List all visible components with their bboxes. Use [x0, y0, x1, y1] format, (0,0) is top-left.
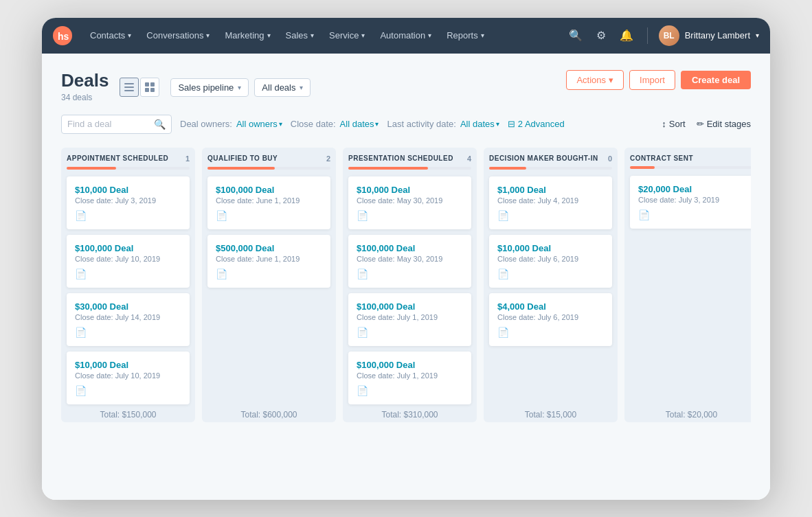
- deal-card[interactable]: $500,000 DealClose date: June 1, 2019📄: [207, 235, 330, 288]
- search-icon: 🔍: [154, 119, 166, 130]
- main-content: Deals 34 deals: [42, 54, 770, 500]
- deals-count: 34 deals: [61, 93, 109, 102]
- deal-document-icon: 📄: [497, 268, 604, 279]
- deal-owners-value[interactable]: All owners ▾: [236, 119, 282, 129]
- actions-button[interactable]: Actions ▾: [566, 70, 624, 90]
- chevron-down-icon: ▾: [609, 75, 613, 85]
- notifications-icon[interactable]: 🔔: [617, 26, 636, 45]
- nav-sales[interactable]: Sales ▾: [279, 26, 322, 45]
- deal-date: Close date: July 3, 2019: [75, 196, 181, 205]
- deal-amount: $100,000 Deal: [216, 185, 322, 195]
- column-cards: $10,000 DealClose date: May 30, 2019📄$10…: [348, 176, 471, 404]
- deal-card[interactable]: $4,000 DealClose date: July 6, 2019📄: [489, 293, 612, 346]
- deal-date: Close date: July 10, 2019: [75, 255, 181, 263]
- import-button[interactable]: Import: [629, 70, 675, 90]
- deal-card[interactable]: $20,000 DealClose date: July 3, 2019📄: [630, 176, 751, 229]
- deal-amount: $100,000 Deal: [357, 301, 463, 312]
- deal-amount: $10,000 Deal: [75, 360, 181, 370]
- column-title: CONTRACT SENT: [630, 154, 693, 162]
- search-input[interactable]: [67, 119, 150, 129]
- nav-automation[interactable]: Automation ▾: [373, 26, 438, 45]
- column-total: Total: $150,000: [67, 404, 190, 422]
- page-header-right: Actions ▾ Import Create deal: [566, 70, 751, 90]
- deal-card[interactable]: $10,000 DealClose date: July 10, 2019📄: [67, 352, 190, 404]
- deal-amount: $10,000 Deal: [497, 243, 604, 253]
- column-total: Total: $310,000: [348, 404, 471, 422]
- board-view-button[interactable]: [140, 78, 159, 97]
- last-activity-value[interactable]: All dates ▾: [460, 119, 499, 129]
- edit-stages-button[interactable]: ✏ Edit stages: [697, 119, 751, 129]
- filter-dropdown[interactable]: All deals ▾: [254, 78, 311, 97]
- nav-contacts[interactable]: Contacts ▾: [83, 26, 138, 45]
- deal-date: Close date: July 3, 2019: [638, 196, 745, 204]
- column-total: Total: $600,000: [207, 404, 330, 422]
- sort-button[interactable]: ↕ Sort: [662, 119, 685, 129]
- deal-document-icon: 📄: [75, 327, 181, 338]
- list-view-button[interactable]: [120, 78, 139, 97]
- navbar-right: 🔍 ⚙ 🔔 BL Brittany Lambert ▾: [566, 25, 759, 46]
- chevron-down-icon: ▾: [267, 32, 271, 39]
- chevron-down-icon: ▾: [206, 32, 210, 39]
- nav-service[interactable]: Service ▾: [322, 26, 372, 45]
- chevron-down-icon: ▾: [361, 32, 365, 39]
- search-icon[interactable]: 🔍: [566, 26, 585, 45]
- chevron-down-icon: ▾: [238, 84, 241, 91]
- deal-document-icon: 📄: [357, 210, 463, 221]
- deal-document-icon: 📄: [638, 209, 745, 220]
- chevron-down-icon: ▾: [128, 32, 131, 39]
- deal-document-icon: 📄: [216, 210, 322, 221]
- svg-rect-5: [145, 82, 149, 87]
- column-title: APPOINTMENT SCHEDULED: [67, 154, 168, 162]
- user-menu[interactable]: BL Brittany Lambert ▾: [659, 25, 759, 46]
- column-progress-bar: [630, 166, 751, 169]
- column-header: QUALIFIED TO BUY2: [207, 154, 330, 163]
- last-activity-filter: Last activity date: All dates ▾: [387, 119, 499, 129]
- advanced-filter[interactable]: ⊟ 2 Advanced: [508, 119, 565, 129]
- nav-reports[interactable]: Reports ▾: [440, 26, 491, 45]
- chevron-down-icon: ▾: [496, 120, 499, 128]
- deal-card[interactable]: $10,000 DealClose date: May 30, 2019📄: [348, 176, 471, 229]
- column-cards: $10,000 DealClose date: July 3, 2019📄$10…: [67, 176, 190, 404]
- create-deal-button[interactable]: Create deal: [681, 71, 751, 89]
- page-header: Deals 34 deals: [61, 70, 751, 102]
- deal-document-icon: 📄: [357, 268, 463, 279]
- deal-card[interactable]: $100,000 DealClose date: July 1, 2019📄: [348, 352, 471, 404]
- deal-card[interactable]: $10,000 DealClose date: July 3, 2019📄: [67, 176, 190, 229]
- pipeline-dropdown[interactable]: Sales pipeline ▾: [170, 78, 249, 97]
- deal-amount: $30,000 Deal: [75, 301, 181, 312]
- deal-amount: $500,000 Deal: [216, 243, 322, 253]
- deal-card[interactable]: $30,000 DealClose date: July 14, 2019📄: [67, 293, 190, 346]
- deal-card[interactable]: $100,000 DealClose date: May 30, 2019📄: [348, 235, 471, 288]
- chevron-down-icon: ▾: [300, 84, 303, 91]
- deal-card[interactable]: $100,000 DealClose date: July 10, 2019📄: [67, 235, 190, 288]
- deal-card[interactable]: $100,000 DealClose date: July 1, 2019📄: [348, 293, 471, 346]
- column-cards: $1,000 DealClose date: July 4, 2019📄$10,…: [489, 176, 612, 404]
- deal-card[interactable]: $100,000 DealClose date: June 1, 2019📄: [207, 176, 330, 229]
- sort-icon: ↕: [662, 119, 666, 129]
- hubspot-logo[interactable]: hs: [53, 26, 72, 45]
- pencil-icon: ✏: [697, 119, 704, 129]
- nav-divider: [647, 27, 648, 44]
- deal-date: Close date: July 6, 2019: [497, 255, 604, 263]
- deal-date: Close date: July 1, 2019: [357, 371, 463, 380]
- search-box[interactable]: 🔍: [61, 115, 172, 134]
- deal-document-icon: 📄: [75, 210, 181, 221]
- settings-icon[interactable]: ⚙: [594, 26, 609, 45]
- page-header-left: Deals 34 deals: [61, 70, 311, 102]
- last-activity-label: Last activity date:: [387, 119, 455, 129]
- deal-owners-filter: Deal owners: All owners ▾: [180, 119, 282, 129]
- deal-amount: $10,000 Deal: [357, 185, 463, 195]
- deal-card[interactable]: $1,000 DealClose date: July 4, 2019📄: [489, 176, 612, 229]
- nav-conversations[interactable]: Conversations ▾: [139, 26, 216, 45]
- close-date-value[interactable]: All dates ▾: [340, 119, 379, 129]
- device-frame: hs Contacts ▾ Conversations ▾ Marketing …: [42, 18, 770, 500]
- nav-marketing[interactable]: Marketing ▾: [218, 26, 277, 45]
- deal-card[interactable]: $10,000 DealClose date: July 6, 2019📄: [489, 235, 612, 288]
- chevron-down-icon: ▾: [481, 32, 484, 39]
- filters-right: ↕ Sort ✏ Edit stages: [662, 119, 751, 129]
- column-progress-bar: [207, 167, 330, 170]
- column-progress-bar: [489, 167, 612, 170]
- column-count: 2: [326, 154, 330, 163]
- column-cards: $20,000 DealClose date: July 3, 2019📄: [630, 176, 751, 404]
- deal-date: Close date: July 1, 2019: [357, 313, 463, 321]
